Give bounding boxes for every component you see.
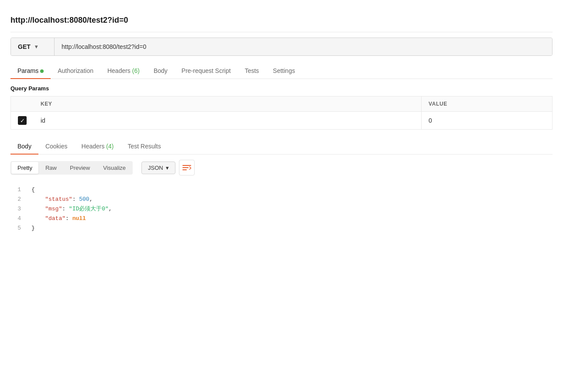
chevron-down-icon: ▾ (35, 44, 38, 50)
tab-settings[interactable]: Settings (266, 63, 302, 79)
line-number: 3 (10, 204, 28, 214)
table-row: ✓ id 0 (11, 112, 553, 130)
line-number: 5 (10, 224, 28, 233)
wrap-lines-button[interactable] (179, 160, 195, 175)
url-input[interactable] (55, 38, 552, 55)
line-number: 4 (10, 214, 28, 224)
response-tabs: Body Cookies Headers (4) Test Results (10, 138, 553, 155)
wrap-lines-icon (182, 164, 191, 171)
code-line-5: 5 } (10, 224, 553, 233)
response-tab-headers[interactable]: Headers (4) (75, 138, 121, 154)
response-tab-body[interactable]: Body (10, 138, 38, 154)
line-brace-close: } (28, 224, 553, 233)
params-dot-indicator (40, 69, 44, 73)
format-tab-pretty[interactable]: Pretty (11, 162, 38, 174)
format-tabs-group: Pretty Raw Preview Visualize (10, 161, 133, 175)
tab-authorization[interactable]: Authorization (51, 63, 100, 79)
checkbox-checked-icon[interactable]: ✓ (18, 116, 27, 125)
tab-body[interactable]: Body (147, 63, 175, 79)
line-number: 1 (10, 185, 28, 195)
tab-tests[interactable]: Tests (238, 63, 266, 79)
row-value-cell: 0 (422, 112, 553, 130)
svg-rect-2 (182, 169, 187, 170)
format-tab-visualize[interactable]: Visualize (97, 162, 132, 174)
response-code-block: 1 { 2 "status": 500, 3 "msg": "ID必须大于0",… (10, 181, 553, 237)
response-tab-cookies[interactable]: Cookies (38, 138, 75, 154)
language-chevron-icon: ▾ (166, 165, 169, 171)
language-label: JSON (148, 165, 163, 171)
tab-params[interactable]: Params (10, 63, 51, 79)
query-params-table: KEY VALUE ✓ id 0 (10, 96, 553, 130)
code-line-1: 1 { (10, 185, 553, 195)
svg-rect-0 (182, 165, 191, 166)
body-format-bar: Pretty Raw Preview Visualize JSON ▾ (10, 155, 553, 181)
response-section: Body Cookies Headers (4) Test Results Pr… (10, 138, 553, 237)
response-tab-test-results[interactable]: Test Results (120, 138, 168, 154)
line-content: "status": 500, (28, 195, 553, 204)
page-url-title: http://localhost:8080/test2?id=0 (10, 9, 553, 32)
col-header-value: VALUE (422, 96, 553, 112)
code-line-2: 2 "status": 500, (10, 195, 553, 204)
query-params-title: Query Params (10, 79, 553, 96)
tab-headers[interactable]: Headers (6) (100, 63, 147, 79)
format-tab-raw[interactable]: Raw (39, 162, 63, 174)
code-line-4: 4 "data": null (10, 214, 553, 224)
row-key-cell: id (34, 112, 422, 130)
line-number: 2 (10, 195, 28, 204)
request-tabs: Params Authorization Headers (6) Body Pr… (10, 63, 553, 79)
code-line-3: 3 "msg": "ID必须大于0", (10, 204, 553, 214)
line-content: "msg": "ID必须大于0", (28, 204, 553, 214)
col-header-key: KEY (34, 96, 422, 112)
language-selector[interactable]: JSON ▾ (141, 162, 175, 174)
tab-prerequest[interactable]: Pre-request Script (175, 63, 238, 79)
line-brace-open: { (28, 185, 553, 195)
method-selector[interactable]: GET ▾ (11, 38, 55, 55)
row-checkbox-cell[interactable]: ✓ (11, 112, 34, 130)
svg-rect-1 (182, 167, 189, 168)
request-bar: GET ▾ (10, 38, 553, 56)
format-tab-preview[interactable]: Preview (64, 162, 96, 174)
line-content: "data": null (28, 214, 553, 224)
col-header-checkbox (11, 96, 34, 112)
method-label: GET (18, 43, 31, 50)
